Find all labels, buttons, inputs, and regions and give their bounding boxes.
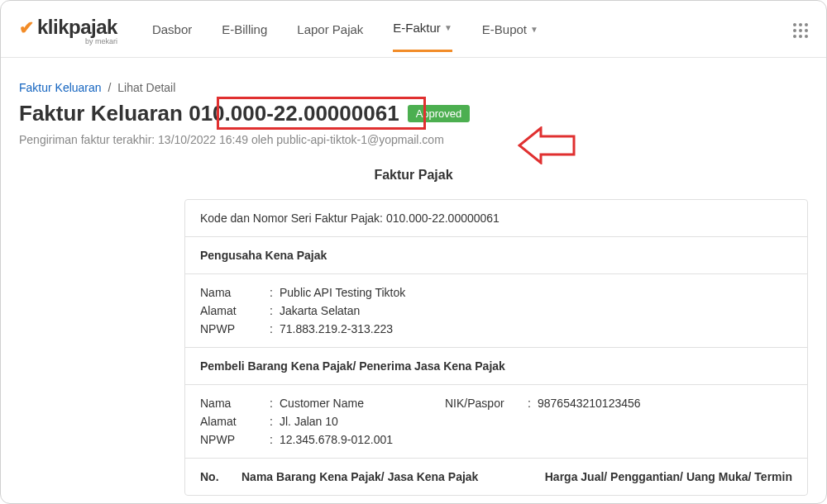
pembeli-npwp-value: 12.345.678.9-012.001 xyxy=(280,433,792,446)
logo-text: klikpajak xyxy=(37,16,117,38)
pkp-nama-label: Nama xyxy=(200,286,270,299)
main-nav: Dasbor E-Billing Lapor Pajak E-Faktur ▼ … xyxy=(152,21,793,40)
nav-dasbor[interactable]: Dasbor xyxy=(152,21,192,52)
logo-byline: by mekari xyxy=(37,37,117,45)
pkp-npwp-label: NPWP xyxy=(200,322,270,335)
pembeli-alamat-value: Jl. Jalan 10 xyxy=(280,415,792,428)
col-no: No. xyxy=(200,470,241,483)
breadcrumb-current: Lihat Detail xyxy=(117,81,175,94)
chevron-down-icon: ▼ xyxy=(530,25,538,34)
status-badge: Approved xyxy=(408,105,471,122)
pkp-npwp-value: 71.883.219.2-313.223 xyxy=(280,322,792,335)
main-header: ✔ klikpajak by mekari Dasbor E-Billing L… xyxy=(1,1,826,58)
kode-value: 010.000-22.00000061 xyxy=(386,212,500,225)
pembeli-nik-value: 9876543210123456 xyxy=(538,397,792,410)
document-section-title: Faktur Pajak xyxy=(19,168,808,183)
nav-efaktur[interactable]: E-Faktur ▼ xyxy=(393,21,452,52)
pembeli-nik-label: NIK/Paspor xyxy=(445,397,528,410)
nav-efaktur-label: E-Faktur xyxy=(393,21,441,35)
breadcrumb: Faktur Keluaran / Lihat Detail xyxy=(19,81,808,94)
table-header-row: No. Nama Barang Kena Pajak/ Jasa Kena Pa… xyxy=(185,459,807,495)
chevron-down-icon: ▼ xyxy=(444,23,452,32)
pkp-nama-value: Public API Testing Tiktok xyxy=(280,286,792,299)
apps-grid-icon[interactable] xyxy=(793,23,808,38)
breadcrumb-parent[interactable]: Faktur Keluaran xyxy=(19,81,102,94)
nav-ebilling[interactable]: E-Billing xyxy=(222,21,267,52)
pkp-alamat-label: Alamat xyxy=(200,304,270,317)
nav-ebupot[interactable]: E-Bupot ▼ xyxy=(482,21,538,52)
pembeli-fields: Nama: Customer Name NIK/Paspor : 9876543… xyxy=(185,385,807,459)
pembeli-nama-label: Nama xyxy=(200,397,270,410)
breadcrumb-sep: / xyxy=(108,81,112,94)
title-row: Faktur Keluaran 010.000-22.00000061 Appr… xyxy=(19,101,808,126)
nav-ebupot-label: E-Bupot xyxy=(482,22,527,36)
col-harga: Harga Jual/ Penggantian/ Uang Muka/ Term… xyxy=(545,470,792,483)
logo-check-icon: ✔ xyxy=(19,17,34,39)
pembeli-alamat-label: Alamat xyxy=(200,415,270,428)
page-subtitle: Pengiriman faktur terakhir: 13/10/2022 1… xyxy=(19,133,808,146)
col-nama: Nama Barang Kena Pajak/ Jasa Kena Pajak xyxy=(241,470,545,483)
pkp-header: Pengusaha Kena Pajak xyxy=(185,237,807,274)
kode-label: Kode dan Nomor Seri Faktur Pajak: xyxy=(200,212,383,225)
detail-box: Kode dan Nomor Seri Faktur Pajak: 010.00… xyxy=(184,199,808,496)
logo[interactable]: ✔ klikpajak by mekari xyxy=(19,16,117,45)
nav-lapor-pajak[interactable]: Lapor Pajak xyxy=(297,21,363,52)
pembeli-npwp-label: NPWP xyxy=(200,433,270,446)
kode-row: Kode dan Nomor Seri Faktur Pajak: 010.00… xyxy=(185,200,807,237)
pembeli-header: Pembeli Barang Kena Pajak/ Penerima Jasa… xyxy=(185,348,807,385)
page-title: Faktur Keluaran 010.000-22.00000061 xyxy=(19,101,399,126)
page-content: Faktur Keluaran / Lihat Detail Faktur Ke… xyxy=(1,58,826,496)
pkp-fields: Nama:Public API Testing Tiktok Alamat:Ja… xyxy=(185,274,807,348)
pkp-alamat-value: Jakarta Selatan xyxy=(280,304,792,317)
pembeli-nama-value: Customer Name xyxy=(280,397,445,410)
